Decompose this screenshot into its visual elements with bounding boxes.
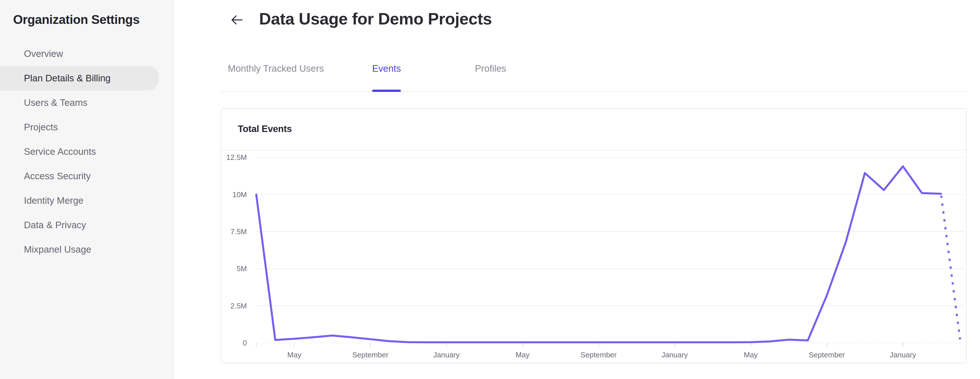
svg-text:September: September <box>808 350 845 359</box>
arrow-left-icon <box>229 24 244 28</box>
tab-profiles[interactable]: Profiles <box>475 57 506 91</box>
svg-text:May: May <box>287 350 301 359</box>
tab-events[interactable]: Events <box>372 57 401 91</box>
svg-text:5M: 5M <box>237 264 247 273</box>
sidebar-item-users-teams[interactable]: Users & Teams <box>0 90 159 115</box>
svg-text:2.5M: 2.5M <box>230 301 247 310</box>
card-header: Total Events <box>221 109 966 151</box>
svg-text:September: September <box>581 350 617 359</box>
svg-text:January: January <box>890 350 916 359</box>
sidebar-title: Organization Settings <box>13 13 173 27</box>
svg-text:January: January <box>433 350 460 359</box>
sidebar-item-projects[interactable]: Projects <box>0 115 159 140</box>
line-chart-svg: 02.5M5M7.5M10M12.5MMaySeptemberJanuaryMa… <box>221 151 966 363</box>
page-title: Data Usage for Demo Projects <box>259 9 492 28</box>
tab-label: Monthly Tracked Users <box>228 63 324 74</box>
sidebar-item-plan-details-billing[interactable]: Plan Details & Billing <box>0 66 159 90</box>
tab-monthly-tracked-users[interactable]: Monthly Tracked Users <box>228 57 324 91</box>
svg-text:May: May <box>515 350 530 359</box>
svg-text:September: September <box>352 350 388 359</box>
events-usage-chart: 02.5M5M7.5M10M12.5MMaySeptemberJanuaryMa… <box>221 151 966 363</box>
svg-text:0: 0 <box>243 339 247 347</box>
svg-text:7.5M: 7.5M <box>230 227 247 236</box>
sidebar-item-overview[interactable]: Overview <box>0 41 159 66</box>
total-events-card: Total Events 02.5M5M7.5M10M12.5MMaySepte… <box>221 108 967 363</box>
tab-label: Profiles <box>475 63 506 74</box>
card-title: Total Events <box>221 109 966 134</box>
svg-text:January: January <box>662 350 687 359</box>
sidebar-item-access-security[interactable]: Access Security <box>0 164 159 189</box>
svg-text:10M: 10M <box>232 190 247 199</box>
sidebar-item-identity-merge[interactable]: Identity Merge <box>0 189 159 213</box>
main-content: Data Usage for Demo Projects Monthly Tra… <box>174 0 980 379</box>
svg-text:12.5M: 12.5M <box>226 153 247 162</box>
tab-label: Events <box>372 63 401 74</box>
sidebar: Organization Settings Overview Plan Deta… <box>0 0 174 379</box>
sidebar-nav: Overview Plan Details & Billing Users & … <box>0 41 173 262</box>
back-button[interactable] <box>229 13 244 27</box>
tab-bar: Monthly Tracked Users Events Profiles <box>221 57 967 92</box>
sidebar-item-data-privacy[interactable]: Data & Privacy <box>0 213 159 237</box>
sidebar-item-mixpanel-usage[interactable]: Mixpanel Usage <box>0 237 159 262</box>
svg-text:May: May <box>744 350 757 359</box>
sidebar-item-service-accounts[interactable]: Service Accounts <box>0 140 159 164</box>
